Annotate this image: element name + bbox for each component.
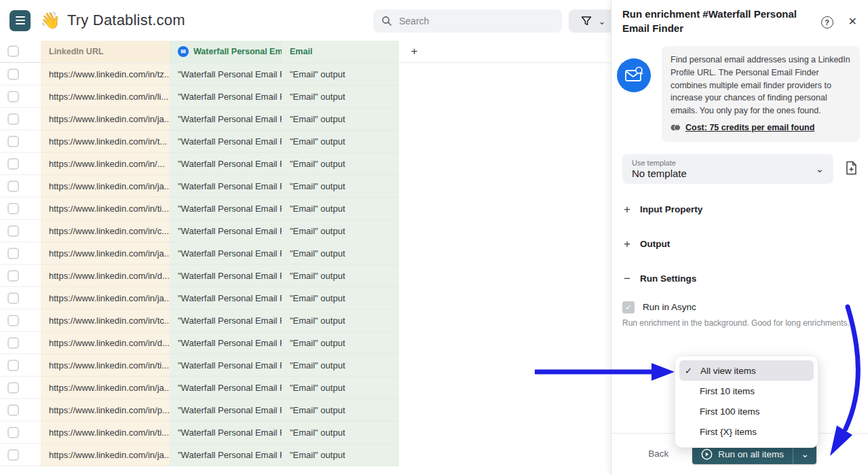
cell-linkedin-url[interactable]: https://www.linkedin.com/in/ti... xyxy=(41,421,170,444)
table-row[interactable]: https://www.linkedin.com/in/ja... "Water… xyxy=(0,108,611,130)
cell-email[interactable]: "Email" output xyxy=(282,444,399,466)
row-checkbox[interactable] xyxy=(7,69,19,80)
cell-linkedin-url[interactable]: https://www.linkedin.com/in/p... xyxy=(41,399,170,421)
cell-waterfall[interactable]: "Waterfall Personal Email Fi... xyxy=(170,63,282,86)
row-checkbox[interactable] xyxy=(7,360,19,371)
row-checkbox[interactable] xyxy=(7,292,19,304)
cell-email[interactable]: "Email" output xyxy=(282,242,399,265)
back-button[interactable]: Back xyxy=(645,444,671,463)
cell-email[interactable]: "Email" output xyxy=(282,421,399,444)
section-run-settings[interactable]: − Run Settings xyxy=(622,272,857,286)
cost-link[interactable]: Cost: 75 credits per email found xyxy=(685,121,814,134)
row-checkbox[interactable] xyxy=(7,158,19,170)
use-template-select[interactable]: Use template No template ⌄ xyxy=(622,154,833,184)
cell-email[interactable]: "Email" output xyxy=(282,309,399,332)
cell-waterfall[interactable]: "Waterfall Personal Email Fi... xyxy=(170,265,282,287)
table-row[interactable]: https://www.linkedin.com/in/c... "Waterf… xyxy=(0,220,611,242)
cell-linkedin-url[interactable]: https://www.linkedin.com/in/li... xyxy=(41,86,170,108)
cell-email[interactable]: "Email" output xyxy=(282,354,399,377)
table-row[interactable]: https://www.linkedin.com/in/ja... "Water… xyxy=(0,242,611,265)
cell-waterfall[interactable]: "Waterfall Personal Email Fi... xyxy=(170,332,282,354)
cell-waterfall[interactable]: "Waterfall Personal Email Fi... xyxy=(170,309,282,332)
save-as-template-button[interactable] xyxy=(846,161,857,177)
cell-linkedin-url[interactable]: https://www.linkedin.com/in/ti... xyxy=(41,354,170,377)
table-row[interactable]: https://www.linkedin.com/in/tc... "Water… xyxy=(0,309,611,332)
table-row[interactable]: https://www.linkedin.com/in/ja... "Water… xyxy=(0,444,611,466)
cell-linkedin-url[interactable]: https://www.linkedin.com/in/d... xyxy=(41,265,170,287)
cell-email[interactable]: "Email" output xyxy=(282,175,399,197)
close-icon[interactable]: ✕ xyxy=(848,16,857,27)
table-row[interactable]: https://www.linkedin.com/in/ti... "Water… xyxy=(0,197,611,220)
cell-email[interactable]: "Email" output xyxy=(282,332,399,354)
cell-email[interactable]: "Email" output xyxy=(282,108,399,130)
cell-waterfall[interactable]: "Waterfall Personal Email Fi... xyxy=(170,130,282,153)
cell-waterfall[interactable]: "Waterfall Personal Email Fi... xyxy=(170,354,282,377)
table-row[interactable]: https://www.linkedin.com/in/p... "Waterf… xyxy=(0,399,611,421)
table-row[interactable]: https://www.linkedin.com/in/d... "Waterf… xyxy=(0,265,611,287)
cell-waterfall[interactable]: "Waterfall Personal Email Fi... xyxy=(170,197,282,220)
dropdown-item[interactable]: ✓All view items xyxy=(679,360,814,381)
cell-email[interactable]: "Email" output xyxy=(282,399,399,421)
help-icon[interactable]: ? xyxy=(821,16,833,28)
table-row[interactable]: https://www.linkedin.com/in/ja... "Water… xyxy=(0,287,611,309)
cell-waterfall[interactable]: "Waterfall Personal Email Fi... xyxy=(170,242,282,265)
cell-email[interactable]: "Email" output xyxy=(282,287,399,309)
row-checkbox[interactable] xyxy=(7,270,19,282)
row-checkbox[interactable] xyxy=(7,113,19,125)
table-row[interactable]: https://www.linkedin.com/in/t... "Waterf… xyxy=(0,130,611,153)
table-row[interactable]: https://www.linkedin.com/in/d... "Waterf… xyxy=(0,332,611,354)
row-checkbox[interactable] xyxy=(7,382,19,394)
cell-linkedin-url[interactable]: https://www.linkedin.com/in/ja... xyxy=(41,242,170,265)
column-header-waterfall[interactable]: ✉ Waterfall Personal Email... xyxy=(170,41,282,62)
row-checkbox[interactable] xyxy=(7,180,19,192)
cell-linkedin-url[interactable]: https://www.linkedin.com/in/c... xyxy=(41,220,170,242)
cell-email[interactable]: "Email" output xyxy=(282,377,399,399)
row-checkbox[interactable] xyxy=(7,225,19,237)
cell-waterfall[interactable]: "Waterfall Personal Email Fi... xyxy=(170,287,282,309)
run-in-async-checkbox[interactable]: ✓ xyxy=(622,301,635,314)
cell-linkedin-url[interactable]: https://www.linkedin.com/in/ja... xyxy=(41,108,170,130)
column-header-email[interactable]: Email xyxy=(282,41,399,62)
cell-waterfall[interactable]: "Waterfall Personal Email Fi... xyxy=(170,444,282,466)
cell-email[interactable]: "Email" output xyxy=(282,86,399,108)
table-row[interactable]: https://www.linkedin.com/in/... "Waterfa… xyxy=(0,153,611,175)
row-checkbox[interactable] xyxy=(7,315,19,326)
row-checkbox[interactable] xyxy=(7,136,19,147)
cell-email[interactable]: "Email" output xyxy=(282,63,399,86)
cell-email[interactable]: "Email" output xyxy=(282,197,399,220)
cell-linkedin-url[interactable]: https://www.linkedin.com/in/t... xyxy=(41,130,170,153)
cell-linkedin-url[interactable]: https://www.linkedin.com/in/d... xyxy=(41,332,170,354)
cell-email[interactable]: "Email" output xyxy=(282,265,399,287)
row-checkbox[interactable] xyxy=(7,91,19,102)
row-checkbox[interactable] xyxy=(7,337,19,349)
cell-email[interactable]: "Email" output xyxy=(282,130,399,153)
row-checkbox[interactable] xyxy=(7,248,19,259)
cell-waterfall[interactable]: "Waterfall Personal Email Fi... xyxy=(170,86,282,108)
search-box[interactable] xyxy=(373,10,562,33)
table-row[interactable]: https://www.linkedin.com/in/ti... "Water… xyxy=(0,354,611,377)
table-row[interactable]: https://www.linkedin.com/in/ti... "Water… xyxy=(0,421,611,444)
table-row[interactable]: https://www.linkedin.com/in/tz... "Water… xyxy=(0,63,611,86)
cell-waterfall[interactable]: "Waterfall Personal Email Fi... xyxy=(170,399,282,421)
cell-waterfall[interactable]: "Waterfall Personal Email Fi... xyxy=(170,377,282,399)
section-output[interactable]: + Output xyxy=(622,238,857,251)
cell-linkedin-url[interactable]: https://www.linkedin.com/in/... xyxy=(41,153,170,175)
row-checkbox[interactable] xyxy=(7,449,19,461)
row-checkbox[interactable] xyxy=(7,427,19,438)
add-column-button[interactable]: + xyxy=(399,41,430,62)
dropdown-item[interactable]: First 10 items xyxy=(675,381,818,401)
row-checkbox[interactable] xyxy=(7,404,19,416)
cell-linkedin-url[interactable]: https://www.linkedin.com/in/ja... xyxy=(41,287,170,309)
cell-linkedin-url[interactable]: https://www.linkedin.com/in/ti... xyxy=(41,197,170,220)
cell-email[interactable]: "Email" output xyxy=(282,220,399,242)
hamburger-menu-button[interactable] xyxy=(10,10,31,31)
cell-linkedin-url[interactable]: https://www.linkedin.com/in/ja... xyxy=(41,175,170,197)
cell-waterfall[interactable]: "Waterfall Personal Email Fi... xyxy=(170,220,282,242)
cell-linkedin-url[interactable]: https://www.linkedin.com/in/ja... xyxy=(41,377,170,399)
table-row[interactable]: https://www.linkedin.com/in/li... "Water… xyxy=(0,86,611,108)
column-header-linkedin-url[interactable]: LinkedIn URL xyxy=(41,41,170,62)
select-all-checkbox[interactable] xyxy=(7,45,19,57)
search-input[interactable] xyxy=(399,16,535,26)
row-checkbox[interactable] xyxy=(7,203,19,214)
cell-waterfall[interactable]: "Waterfall Personal Email Fi... xyxy=(170,153,282,175)
